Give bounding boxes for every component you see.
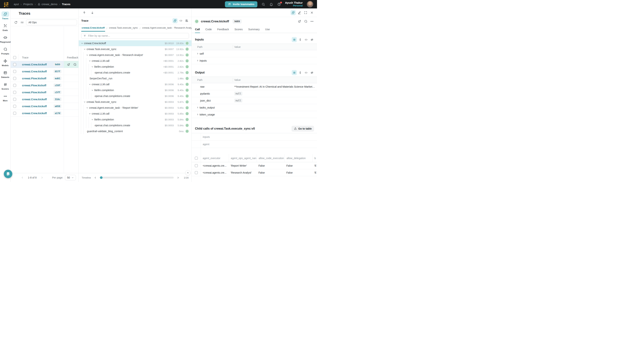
add-reaction-icon[interactable] <box>67 63 70 66</box>
trace-tree-row[interactable]: litellm.completion<$0.00012.82s <box>79 64 191 70</box>
row-checkbox[interactable] <box>195 164 198 167</box>
tree-view-toggle[interactable] <box>172 18 178 23</box>
comment-icon[interactable] <box>303 19 308 24</box>
tab-feedback[interactable]: Feedback <box>217 28 229 33</box>
timeline-next-icon[interactable] <box>177 176 179 179</box>
kv-row[interactable]: inputs <box>192 57 317 64</box>
sidebar-item-more[interactable]: More <box>0 93 10 103</box>
flame-graph-toggle[interactable] <box>184 18 189 23</box>
chevron-down-icon[interactable] <box>86 54 89 56</box>
close-icon[interactable] <box>309 10 314 15</box>
trace-tree-row[interactable]: guardrail-validate_blog_content0ms <box>79 128 191 134</box>
trace-link[interactable]: crewai.Crew.kickoff <box>19 63 47 66</box>
trace-link[interactable]: crewai.Crew.kickoff <box>19 112 47 115</box>
table-row[interactable]: crewai.Crew.kickoffa17d <box>11 110 79 117</box>
invite-teammates-button[interactable]: Invite teammates <box>225 1 257 7</box>
table-row[interactable]: crewai.Crew.kickoff316c <box>11 96 79 103</box>
breadcrumb-user[interactable]: ayut <box>14 3 19 6</box>
kv-row[interactable]: raw**Investment Report: AI in Chemical a… <box>192 83 317 90</box>
code-view-icon[interactable] <box>303 70 308 75</box>
more-options-icon[interactable] <box>309 19 314 24</box>
trace-tree-row[interactable]: litellm.completion$0.00069.40s <box>79 87 191 93</box>
sidebar-item-scorers[interactable]: Scorers <box>0 81 10 91</box>
edit-pencil-icon[interactable] <box>297 10 302 15</box>
row-checkbox[interactable] <box>13 91 16 94</box>
code-view-icon[interactable] <box>303 37 308 42</box>
hide-values-icon[interactable] <box>309 37 314 42</box>
feedback-column-header[interactable]: Feedback <box>67 56 78 59</box>
trace-link[interactable]: crewai.Flow.kickoff <box>19 77 46 80</box>
call-id-badge[interactable]: 9d89 <box>233 19 241 24</box>
trace-tree-row[interactable]: openai.chat.completions.create<$0.00012.… <box>79 70 191 76</box>
timeline-slider-knob[interactable] <box>100 176 103 179</box>
chevron-down-icon[interactable] <box>91 89 94 92</box>
fullscreen-icon[interactable] <box>303 10 308 15</box>
chevron-down-icon[interactable] <box>89 83 92 86</box>
timeline-slider[interactable] <box>100 177 174 178</box>
row-checkbox[interactable] <box>13 77 16 80</box>
table-row[interactable]: crewai.Crew.kickoff9d89 <box>11 61 79 68</box>
chevron-down-icon[interactable] <box>84 48 87 50</box>
trace-tree-row[interactable]: crewai.Agent.execute_task - 'Report Writ… <box>79 105 191 111</box>
row-checkbox[interactable] <box>13 105 16 108</box>
add-reaction-icon[interactable] <box>297 19 302 24</box>
trace-crumb-tab[interactable]: crewai.Agent.execute_task - 'Research An… <box>142 26 191 32</box>
tab-summary[interactable]: Summary <box>248 28 260 33</box>
kv-row[interactable]: token_usage <box>192 111 317 118</box>
chevron-down-icon[interactable] <box>89 112 92 115</box>
table-row[interactable]: crewai.Flow.kickoffc5ff <box>11 89 79 96</box>
chevron-down-icon[interactable] <box>86 107 89 109</box>
tab-scores[interactable]: Scores <box>234 28 243 33</box>
trace-tree-row[interactable]: crewai.Agent.execute_task - 'Research An… <box>79 52 191 58</box>
arrow-down-icon[interactable] <box>90 10 95 15</box>
chevron-down-icon[interactable] <box>89 60 92 62</box>
refresh-icon[interactable] <box>14 20 18 24</box>
pretty-view-icon[interactable] <box>292 70 297 75</box>
row-checkbox[interactable] <box>13 84 16 87</box>
kv-row[interactable]: json_dictnull <box>192 97 317 104</box>
row-checkbox[interactable] <box>13 70 16 73</box>
pretty-view-icon[interactable] <box>292 37 297 42</box>
comment-icon[interactable] <box>73 63 77 66</box>
timeline-prev-icon[interactable] <box>94 176 97 179</box>
chevron-down-icon[interactable] <box>84 101 87 103</box>
trace-link[interactable]: crewai.Flow.kickoff <box>19 91 46 94</box>
sidebar-item-prompts[interactable]: Prompts <box>0 46 10 56</box>
chevron-right-icon[interactable] <box>196 52 199 55</box>
sidebar-item-traces[interactable]: Traces <box>0 11 10 21</box>
kv-row[interactable]: pydanticnull <box>192 90 317 97</box>
table-row[interactable]: <crewai.agents.cre...'Research Analyst'F… <box>192 169 317 176</box>
user-menu[interactable]: Ayush Thakur Personal <box>285 1 303 7</box>
avatar[interactable] <box>307 1 313 8</box>
trace-link[interactable]: crewai.Flow.kickoff <box>19 84 46 87</box>
next-page-icon[interactable] <box>41 176 44 179</box>
row-checkbox[interactable] <box>13 112 16 115</box>
wandb-logo-icon[interactable] <box>4 2 9 7</box>
column-header[interactable]: b <box>312 154 317 162</box>
chevron-right-icon[interactable] <box>196 113 199 116</box>
sidebar-item-datasets[interactable]: Datasets <box>0 69 10 79</box>
trace-tree-row[interactable]: crewai.LLM.call$0.00069.40s <box>79 82 191 87</box>
expand-rows-icon[interactable] <box>297 70 303 75</box>
column-header[interactable]: allow_code_execution <box>257 154 284 162</box>
trace-tree-row[interactable]: openai.chat.completions.create$0.00035.8… <box>79 122 191 128</box>
kv-row[interactable]: self <box>192 50 317 57</box>
breadcrumb-projects[interactable]: Projects <box>23 3 33 6</box>
tab-code[interactable]: Code <box>205 28 212 33</box>
select-all-checkbox[interactable] <box>13 56 16 59</box>
trace-tree-row[interactable]: crewai.LLM.call$0.00035.85s <box>79 111 191 116</box>
kv-row[interactable]: tasks_output <box>192 104 317 111</box>
help-icon[interactable] <box>277 2 281 6</box>
trace-crumb-tab[interactable]: crewai.Crew.kickoff <box>81 26 105 32</box>
search-icon[interactable] <box>261 2 265 6</box>
table-row[interactable]: crewai.Flow.kickoffc59f <box>11 82 79 89</box>
column-header[interactable]: agent_executor <box>201 154 229 162</box>
trace-tree-row[interactable]: SerperDevTool._run1.66s <box>79 76 191 82</box>
trace-crumb-tab[interactable]: crewai.Task.execute_sync <box>109 26 138 32</box>
code-view-toggle[interactable] <box>178 18 183 23</box>
prev-page-icon[interactable] <box>21 176 24 179</box>
trace-tree-row[interactable]: litellm.completion$0.00035.84s <box>79 116 191 122</box>
column-header[interactable]: allow_delegation <box>284 154 312 162</box>
row-checkbox[interactable] <box>195 171 198 174</box>
row-checkbox[interactable] <box>13 98 16 101</box>
